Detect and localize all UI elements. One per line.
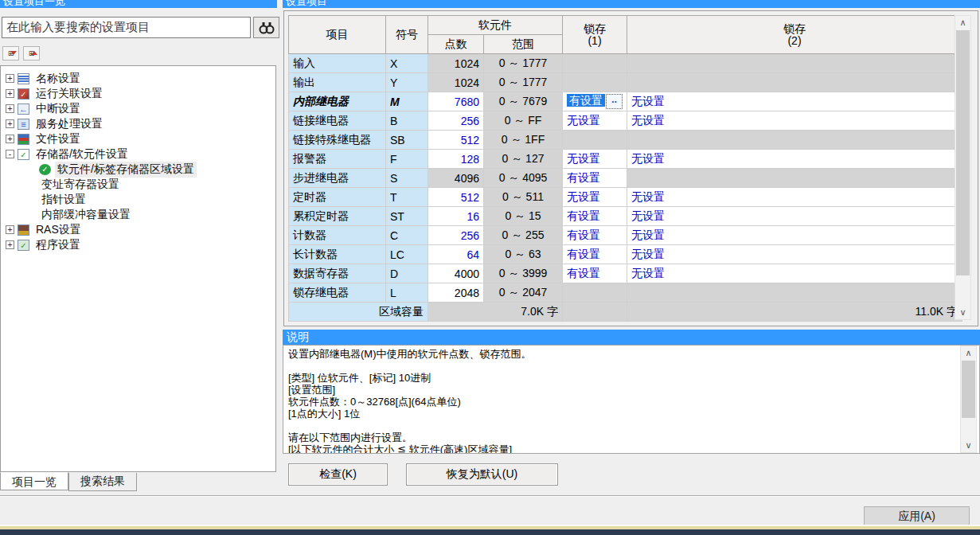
latch2-area-capacity: 11.0K 字	[627, 303, 962, 322]
item-cell: 定时器	[289, 188, 386, 207]
points-cell[interactable]: 512	[428, 188, 484, 207]
check-button[interactable]: 检查(K)	[288, 463, 388, 486]
latch1-cell[interactable]: 无设置	[563, 111, 627, 131]
table-row: 步进继电器S40960 ～ 4095有设置	[289, 169, 962, 188]
table-row: 累积定时器ST160 ～ 15有设置无设置	[289, 207, 962, 226]
col-header-item: 项目	[289, 16, 386, 54]
points-cell[interactable]: 4000	[428, 264, 484, 283]
expand-all-icon[interactable]: ⊞	[23, 46, 40, 61]
tree-item-label: 服务处理设置	[33, 116, 105, 132]
table-row: 输入X10240 ～ 1777	[289, 54, 962, 73]
points-cell[interactable]: 2048	[428, 283, 484, 303]
description-scrollbar[interactable]: ∧ ∨	[960, 346, 977, 453]
collapse-icon[interactable]: -	[6, 150, 14, 158]
description-scrollbar-thumb[interactable]	[962, 361, 975, 418]
symbol-cell: SB	[386, 131, 428, 150]
tree-item[interactable]: +✓程序设置	[1, 237, 275, 252]
latch1-cell[interactable]: 有设置	[563, 264, 627, 283]
latch1-selected-value[interactable]: 有设置	[567, 94, 605, 107]
tree-item[interactable]: +✓运行关联设置	[1, 86, 275, 101]
table-scrollbar-thumb[interactable]	[956, 30, 970, 275]
latch1-cell[interactable]: 有设置	[563, 226, 627, 245]
symbol-cell: B	[386, 111, 428, 131]
symbol-cell: X	[386, 54, 428, 73]
description-line	[288, 420, 974, 432]
scroll-up-icon[interactable]: ∧	[961, 346, 976, 360]
latch1-cell[interactable]: 有设置	[563, 207, 627, 226]
left-panel-title: 设置项目一览	[3, 0, 65, 8]
range-cell: 0 ～ 63	[484, 245, 563, 264]
points-cell[interactable]: 16	[428, 207, 484, 226]
tree-item[interactable]: 指针设置	[1, 192, 275, 207]
expand-icon[interactable]: +	[6, 135, 14, 143]
points-cell: 1024	[428, 54, 484, 73]
item-cell: 报警器	[289, 150, 386, 169]
description-line: [1点的大小] 1位	[288, 408, 974, 420]
search-button[interactable]	[253, 17, 279, 38]
latch2-cell[interactable]: 无设置	[627, 188, 962, 207]
latch1-cell[interactable]: 无设置	[563, 188, 627, 207]
points-cell[interactable]: 512	[428, 131, 484, 150]
left-panel-tabs: 项目一览 搜索结果	[0, 473, 137, 491]
latch1-cell[interactable]: 无设置	[563, 150, 627, 169]
tab-search-results[interactable]: 搜索结果	[68, 473, 137, 491]
points-cell[interactable]: 64	[428, 245, 484, 264]
latch2-cell[interactable]: 无设置	[627, 264, 962, 283]
tree-item[interactable]: -✓存储器/软元件设置	[1, 146, 275, 162]
tree-item[interactable]: 内部缓冲容量设置	[1, 207, 275, 222]
latch1-cell[interactable]: 有设置	[563, 245, 627, 264]
search-input[interactable]	[2, 17, 251, 38]
left-panel-titlebar: 设置项目一览	[0, 0, 277, 8]
points-cell[interactable]: 256	[428, 111, 484, 131]
expand-icon[interactable]: +	[6, 104, 14, 113]
tree-item[interactable]: +RAS设置	[1, 222, 275, 237]
latch2-cell[interactable]: 无设置	[627, 226, 962, 245]
scroll-up-icon[interactable]: ∧	[955, 16, 970, 29]
latch2-cell[interactable]: 无设置	[627, 245, 962, 264]
tree-item[interactable]: +名称设置	[1, 71, 275, 86]
settings-tree: +名称设置+✓运行关联设置+←中断设置+≡服务处理设置+文件设置-✓存储器/软元…	[0, 65, 276, 472]
symbol-cell: D	[386, 264, 428, 283]
latch1-cell	[563, 131, 627, 150]
tab-item-list[interactable]: 项目一览	[0, 472, 68, 490]
latch2-cell[interactable]: 无设置	[627, 207, 962, 226]
symbol-cell: ST	[386, 207, 428, 226]
scroll-down-icon[interactable]: ∨	[961, 439, 976, 452]
range-cell: 0 ～ 1FF	[484, 131, 563, 150]
latch2-cell[interactable]: 无设置	[627, 150, 962, 169]
description-line: 设置内部继电器(M)中使用的软元件点数、锁存范围。	[288, 348, 974, 360]
col-header-range: 范围	[484, 35, 563, 54]
tree-item[interactable]: ✓软元件/标签存储器区域设置	[1, 162, 275, 177]
collapse-all-icon[interactable]: ⊞	[2, 46, 19, 61]
scroll-down-icon[interactable]: ∨	[955, 306, 970, 319]
expand-icon[interactable]: +	[6, 119, 14, 128]
tree-item[interactable]: +←中断设置	[1, 101, 275, 116]
tree-item[interactable]: 变址寄存器设置	[1, 177, 275, 192]
range-cell: 0 ～ 15	[484, 207, 563, 226]
symbol-cell: M	[386, 92, 428, 111]
range-cell: 0 ～ 3999	[484, 264, 563, 283]
symbol-cell: S	[386, 169, 428, 188]
check-icon: ✓	[39, 164, 51, 175]
latch1-cell[interactable]: 有设置	[563, 169, 627, 188]
restore-default-button[interactable]: 恢复为默认(U)	[406, 463, 558, 486]
tree-item[interactable]: +文件设置	[1, 131, 275, 146]
latch1-cell[interactable]: 有设置..	[563, 92, 627, 111]
symbol-cell: L	[386, 283, 428, 303]
expand-icon[interactable]: +	[6, 89, 14, 98]
expand-icon[interactable]: +	[6, 240, 14, 249]
table-scrollbar[interactable]: ∧ ∨	[955, 15, 971, 320]
expand-icon[interactable]: +	[6, 74, 14, 83]
latch1-cell	[563, 73, 627, 92]
latch2-cell[interactable]: 无设置	[627, 111, 962, 131]
tree-item[interactable]: +≡服务处理设置	[1, 116, 275, 131]
latch-range-edit-button[interactable]: ..	[606, 94, 623, 109]
tree-item-label: RAS设置	[33, 222, 84, 238]
latch2-cell[interactable]: 无设置	[627, 92, 962, 111]
points-cell[interactable]: 128	[428, 150, 484, 169]
latch1-cell	[563, 283, 627, 303]
points-cell[interactable]: 256	[428, 226, 484, 245]
points-cell[interactable]: 7680	[428, 92, 484, 111]
tree-item-label: 中断设置	[33, 101, 83, 117]
expand-icon[interactable]: +	[6, 225, 14, 234]
